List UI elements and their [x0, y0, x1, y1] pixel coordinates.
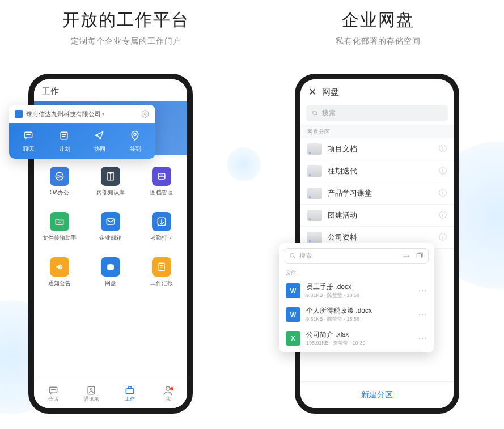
info-icon[interactable]: ⓘ [439, 166, 447, 176]
app-item-mail[interactable]: 企业邮箱 [85, 204, 136, 249]
file-section-label: 文件 [279, 267, 434, 279]
info-icon[interactable]: ⓘ [439, 210, 447, 220]
chat-icon [23, 130, 35, 142]
file-search[interactable]: 搜索 [285, 248, 429, 264]
partition-row[interactable]: 项目文档ⓘ [300, 138, 454, 160]
file-info: 员工手册 .docx9.81KB · 陈莹莹 · 18:58 [306, 282, 413, 299]
app-label: 企业邮箱 [99, 234, 122, 242]
svg-point-17 [166, 386, 170, 390]
word-file-icon: W [286, 283, 300, 298]
section-left: 开放的工作平台 定制每个企业专属的工作门户 [0, 9, 252, 46]
work-header: 工作 [34, 79, 187, 101]
popup-action-label: 计划 [59, 145, 70, 153]
section-right-title: 企业网盘 [252, 9, 504, 32]
app-label: 网盘 [105, 279, 116, 287]
new-partition-button[interactable]: 新建分区 [300, 381, 454, 408]
file-name: 员工手册 .docx [306, 282, 413, 292]
nav-item-contacts[interactable]: 通讯录 [73, 379, 111, 408]
file-row[interactable]: W员工手册 .docx9.81KB · 陈莹莹 · 18:58··· [279, 279, 434, 303]
file-info: 公司简介 .xlsx195.91KB · 陈莹莹 · 10-30 [306, 330, 413, 347]
partition-row[interactable]: 团建活动ⓘ [300, 205, 454, 227]
file-info: 个人所得税政策 .docx9.81KB · 陈莹莹 · 18:58 [306, 306, 413, 323]
bg-decoration [227, 147, 261, 181]
app-item-book[interactable]: 内部知识库 [85, 159, 136, 204]
company-name: 珠海信达九州科技有限公司 [26, 110, 101, 118]
svg-point-8 [107, 264, 114, 266]
popup-actions: 聊天计划协同签到 [9, 123, 155, 159]
drive-icon [307, 165, 322, 177]
svg-point-33 [408, 255, 409, 256]
book-icon [101, 167, 120, 186]
partition-row[interactable]: 往期迭代ⓘ [300, 160, 454, 182]
app-item-oa[interactable]: OAOA办公 [34, 159, 85, 204]
nav-label: 通讯录 [84, 396, 99, 403]
section-left-subtitle: 定制每个企业专属的工作门户 [0, 36, 252, 46]
app-item-drawer[interactable]: 图档管理 [136, 159, 187, 204]
company-popup: 珠海信达九州科技有限公司 ▾ 聊天计划协同签到 [9, 105, 155, 159]
svg-point-25 [134, 133, 136, 135]
svg-point-28 [290, 253, 294, 257]
more-icon[interactable]: ··· [418, 333, 427, 343]
app-item-disk[interactable]: 网盘 [85, 249, 136, 295]
app-item-report[interactable]: 工作汇报 [136, 249, 187, 295]
file-meta: 195.91KB · 陈莹莹 · 10-30 [306, 339, 413, 347]
popup-action-plan[interactable]: 计划 [47, 130, 83, 153]
app-label: 通知公告 [48, 279, 71, 287]
popup-action-pin[interactable]: 签到 [118, 130, 154, 153]
file-search-placeholder: 搜索 [299, 252, 312, 260]
popup-action-chat[interactable]: 聊天 [11, 130, 47, 153]
drive-icon [307, 232, 322, 243]
partition-name: 产品学习课堂 [328, 188, 433, 198]
partition-name: 团建活动 [328, 210, 433, 220]
disk-icon [101, 257, 120, 277]
more-icon[interactable]: ··· [418, 309, 427, 320]
svg-point-15 [91, 388, 92, 390]
svg-rect-22 [61, 132, 67, 139]
plan-icon [58, 130, 71, 142]
pin-icon [129, 130, 142, 142]
netdisk-title: 网盘 [322, 87, 339, 97]
app-item-folder[interactable]: 文件传输助手 [34, 204, 85, 249]
drive-icon [307, 210, 322, 221]
nav-label: 工作 [125, 396, 135, 403]
finger-icon [152, 212, 171, 231]
app-item-finger[interactable]: 考勤打卡 [136, 204, 187, 249]
gear-icon[interactable] [141, 109, 150, 118]
svg-rect-34 [417, 253, 421, 258]
close-icon[interactable]: ✕ [308, 86, 316, 98]
word-file-icon: W [286, 307, 300, 322]
svg-line-29 [294, 257, 295, 258]
oa-icon: OA [50, 167, 69, 186]
app-label: 图档管理 [150, 189, 173, 197]
file-name: 公司简介 .xlsx [306, 330, 413, 339]
svg-rect-20 [25, 132, 32, 138]
company-icon [15, 110, 23, 118]
new-window-icon[interactable] [416, 252, 423, 260]
svg-marker-18 [142, 110, 149, 117]
filter-icon[interactable] [402, 252, 410, 260]
partition-row[interactable]: 产品学习课堂ⓘ [300, 182, 454, 205]
bottom-nav: 会话通讯录工作我 [34, 379, 187, 408]
file-row[interactable]: W个人所得税政策 .docx9.81KB · 陈莹莹 · 18:58··· [279, 303, 434, 326]
nav-item-briefcase[interactable]: 工作 [111, 379, 149, 408]
partition-section-label: 网盘分区 [300, 125, 454, 138]
notification-dot [170, 387, 173, 390]
svg-rect-9 [159, 263, 164, 270]
contacts-icon [86, 385, 97, 395]
nav-item-chat[interactable]: 会话 [34, 379, 73, 408]
app-item-horn[interactable]: 通知公告 [34, 249, 85, 295]
info-icon[interactable]: ⓘ [439, 144, 447, 154]
svg-text:OA: OA [57, 174, 62, 178]
search-icon [290, 253, 296, 259]
netdisk-search[interactable]: 搜索 [306, 105, 448, 121]
mail-icon [101, 212, 120, 231]
file-row[interactable]: X公司简介 .xlsx195.91KB · 陈莹莹 · 10-30··· [279, 326, 434, 350]
svg-point-26 [313, 111, 317, 114]
nav-item-user[interactable]: 我 [149, 379, 188, 408]
info-icon[interactable]: ⓘ [439, 188, 447, 198]
popup-action-send[interactable]: 协同 [82, 130, 118, 153]
svg-rect-16 [126, 388, 133, 393]
more-icon[interactable]: ··· [418, 286, 427, 296]
info-icon[interactable]: ⓘ [439, 232, 447, 243]
popup-header[interactable]: 珠海信达九州科技有限公司 ▾ [9, 105, 155, 123]
